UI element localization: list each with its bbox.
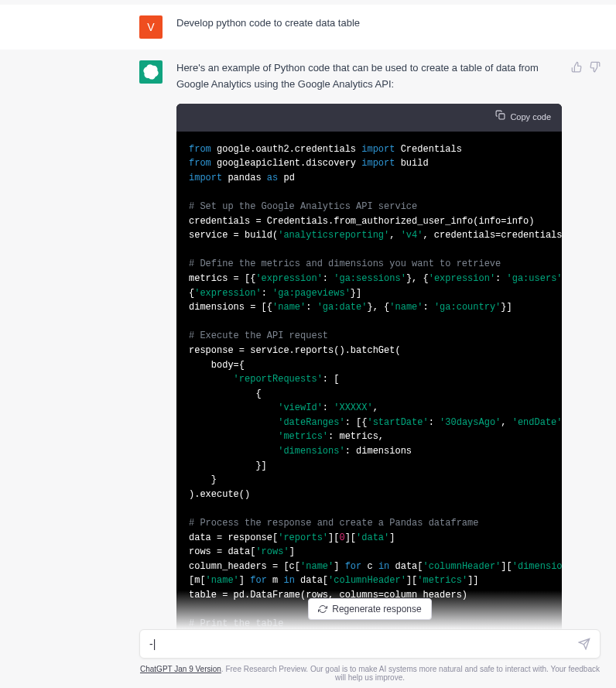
user-avatar: V <box>139 15 163 39</box>
code-header: Copy code <box>176 104 562 132</box>
assistant-message: Here's an example of Python code that ca… <box>0 50 616 658</box>
user-avatar-letter: V <box>147 21 154 33</box>
conversation: V Develop python code to create data tab… <box>0 0 616 658</box>
refresh-icon <box>318 604 327 614</box>
regenerate-label: Regenerate response <box>332 604 421 614</box>
code-content[interactable]: from google.oauth2.credentials import Cr… <box>176 132 562 659</box>
svg-rect-0 <box>499 114 505 119</box>
regenerate-wrap: Regenerate response <box>139 598 601 620</box>
thumbs-down-icon[interactable] <box>589 60 601 77</box>
message-input[interactable] <box>149 638 572 650</box>
footer-note: ChatGPT Jan 9 Version. Free Research Pre… <box>139 665 601 683</box>
assistant-logo-icon <box>143 64 159 80</box>
thumbs-up-icon[interactable] <box>571 60 583 77</box>
feedback-controls <box>571 60 601 77</box>
copy-code-label[interactable]: Copy code <box>510 111 551 125</box>
assistant-avatar <box>139 60 163 84</box>
assistant-message-body: Here's an example of Python code that ca… <box>176 60 601 658</box>
user-message: V Develop python code to create data tab… <box>0 5 616 50</box>
send-icon <box>578 638 590 650</box>
version-link[interactable]: ChatGPT Jan 9 Version <box>140 665 221 673</box>
footer-disclaimer: . Free Research Preview. Our goal is to … <box>221 665 600 682</box>
code-block: Copy code from google.oauth2.credentials… <box>176 104 562 659</box>
regenerate-button[interactable]: Regenerate response <box>308 598 431 620</box>
user-message-text: Develop python code to create data table <box>176 15 601 39</box>
send-button[interactable] <box>578 638 590 650</box>
message-input-row <box>139 629 601 659</box>
bottom-area: Regenerate response ChatGPT Jan 9 Versio… <box>0 590 616 688</box>
assistant-intro-text: Here's an example of Python code that ca… <box>176 60 562 93</box>
copy-icon[interactable] <box>495 110 505 125</box>
